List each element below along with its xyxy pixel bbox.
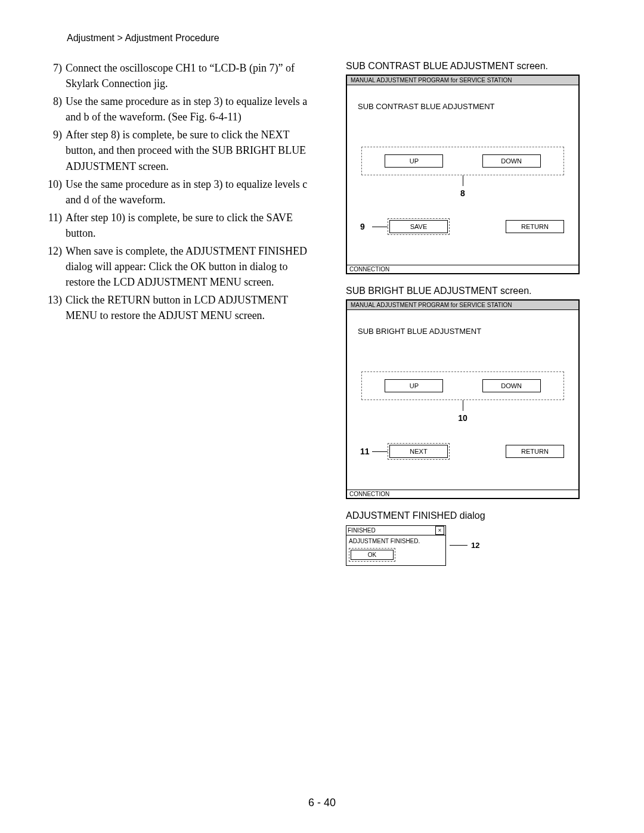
breadcrumb: Adjustment > Adjustment Procedure xyxy=(67,33,602,44)
figure-caption: SUB CONTRAST BLUE ADJUSTMENT screen. xyxy=(346,60,602,72)
callout-11: 11 xyxy=(360,447,370,456)
screen-heading: SUB BRIGHT BLUE ADJUSTMENT xyxy=(358,327,570,336)
adjustment-finished-dialog: FINISHED × ADJUSTMENT FINISHED. OK xyxy=(346,525,446,566)
step-number: 9) xyxy=(42,127,66,174)
step-text: After step 8) is complete, be sure to cl… xyxy=(66,127,313,174)
up-down-group: UP DOWN xyxy=(361,147,564,175)
step-text: Connect the oscilloscope CH1 to “LCD-B (… xyxy=(66,60,313,91)
callout-12: 12 xyxy=(471,541,479,550)
next-button[interactable]: NEXT xyxy=(389,445,448,458)
return-button[interactable]: RETURN xyxy=(506,220,564,233)
step-text: After step 10) is complete, be sure to c… xyxy=(66,210,313,241)
callout-8: 8 xyxy=(355,188,570,198)
page-number: 6 - 40 xyxy=(0,797,644,809)
figure-caption: ADJUSTMENT FINISHED dialog xyxy=(346,510,602,522)
return-button[interactable]: RETURN xyxy=(506,445,564,458)
step-number: 8) xyxy=(42,94,66,125)
up-button[interactable]: UP xyxy=(385,379,443,392)
step-number: 10) xyxy=(42,176,66,208)
up-button[interactable]: UP xyxy=(385,154,443,168)
sub-bright-blue-window: MANUAL ADJUSTMENT PROGRAM for SERVICE ST… xyxy=(346,299,580,499)
down-button[interactable]: DOWN xyxy=(482,154,541,168)
status-bar: CONNECTION xyxy=(347,265,578,273)
dialog-message: ADJUSTMENT FINISHED. xyxy=(349,538,443,544)
step-number: 7) xyxy=(42,60,66,91)
step-number: 13) xyxy=(42,292,66,323)
status-bar: CONNECTION xyxy=(347,490,578,498)
step-text: Click the RETURN button in LCD ADJUSTMEN… xyxy=(66,292,313,323)
step-text: Use the same procedure as in step 3) to … xyxy=(66,176,313,208)
close-icon[interactable]: × xyxy=(435,526,444,535)
step-text: Use the same procedure as in step 3) to … xyxy=(66,94,313,125)
next-button-highlight: NEXT xyxy=(388,443,450,460)
procedure-steps: 7)Connect the oscilloscope CH1 to “LCD-B… xyxy=(42,60,325,566)
ok-button-highlight: OK xyxy=(349,548,395,562)
step-number: 11) xyxy=(42,210,66,241)
save-button-highlight: SAVE xyxy=(388,218,450,235)
save-button[interactable]: SAVE xyxy=(389,220,448,233)
ok-button[interactable]: OK xyxy=(351,550,394,560)
sub-contrast-blue-window: MANUAL ADJUSTMENT PROGRAM for SERVICE ST… xyxy=(346,75,580,274)
window-titlebar: MANUAL ADJUSTMENT PROGRAM for SERVICE ST… xyxy=(347,76,578,85)
step-text: When save is complete, the ADJUSTMENT FI… xyxy=(66,243,313,290)
window-titlebar: MANUAL ADJUSTMENT PROGRAM for SERVICE ST… xyxy=(347,301,578,310)
callout-9: 9 xyxy=(360,222,365,231)
screen-heading: SUB CONTRAST BLUE ADJUSTMENT xyxy=(358,102,570,111)
step-number: 12) xyxy=(42,243,66,290)
figure-caption: SUB BRIGHT BLUE ADJUSTMENT screen. xyxy=(346,285,602,297)
callout-10: 10 xyxy=(355,413,570,423)
down-button[interactable]: DOWN xyxy=(482,379,541,392)
dialog-title: FINISHED xyxy=(348,527,376,534)
up-down-group: UP DOWN xyxy=(361,371,564,400)
